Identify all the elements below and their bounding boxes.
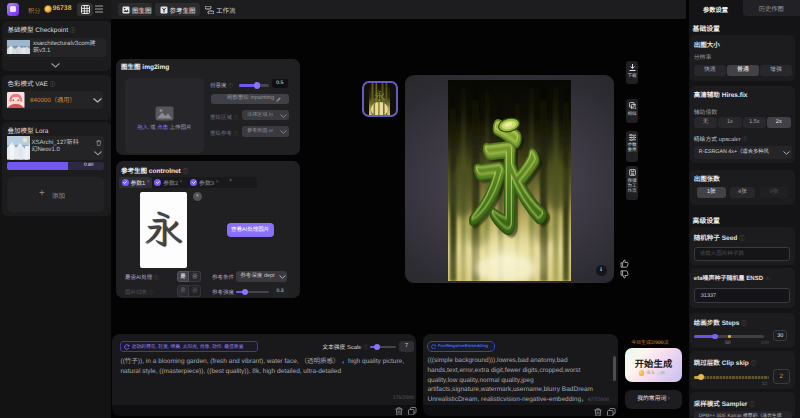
svg-text:永: 永	[374, 89, 386, 104]
